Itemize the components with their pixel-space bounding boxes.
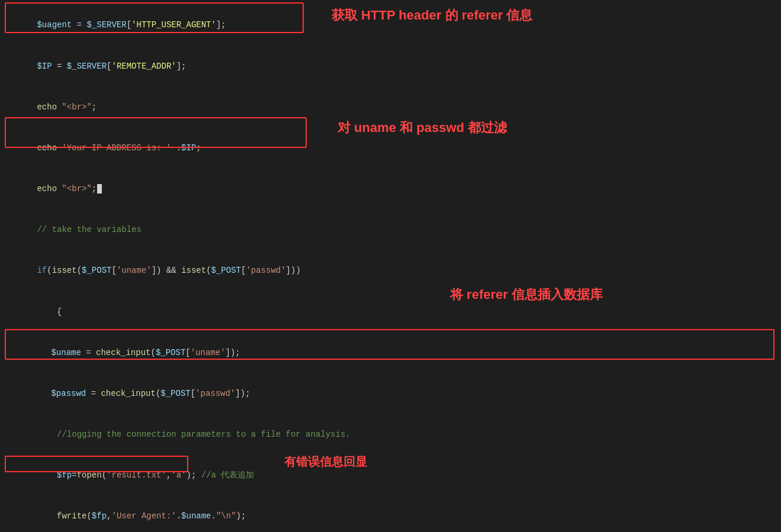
code-line: if(isset($_POST['uname']) && isset($_POS… <box>0 250 781 291</box>
code-line: echo "<br>"; <box>0 86 781 127</box>
code-line: $IP = $_SERVER['REMOTE_ADDR']; <box>0 46 781 86</box>
code-line: //logging the connection parameters to a… <box>0 414 781 455</box>
code-line: echo "<br>"; <box>0 169 781 209</box>
code-line: { <box>0 291 781 332</box>
code-line: echo 'Your IP ADDRESS is: ' .$IP; <box>0 128 781 169</box>
code-container: 获取 HTTP header 的 referer 信息 $uagent = $_… <box>0 0 781 532</box>
code-line: // take the variables <box>0 209 781 250</box>
code-line: $fp=fopen('result.txt','a'); //a 代表追加 <box>0 455 781 496</box>
code-line: fwrite($fp,'User Agent:'.$uname."\n"); <box>0 496 781 532</box>
code-line: $uname = check_input($_POST['uname']); <box>0 332 781 373</box>
code-line: $uagent = $_SERVER['HTTP_USER_AGENT']; <box>0 5 781 46</box>
code-line: $passwd = check_input($_POST['passwd']); <box>0 373 781 414</box>
